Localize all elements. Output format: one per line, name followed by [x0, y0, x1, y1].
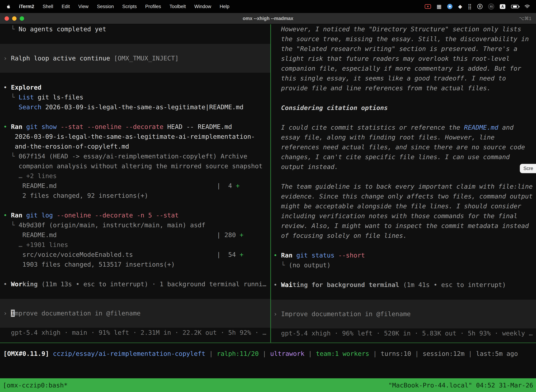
terminal-line: changes, I can't cite specific file line…: [273, 152, 536, 162]
terminal-line: review. Also, I might want to inspect th…: [273, 221, 536, 231]
zoom-window-button[interactable]: [20, 16, 24, 21]
terminal-line: the source tree, missing the essay. Stil…: [273, 34, 536, 44]
menu-item[interactable]: Toolbelt: [170, 4, 186, 9]
menu-items: ShellEditViewSessionScriptsProfilesToolb…: [43, 4, 230, 9]
terminal-line: provide file and line references from th…: [273, 83, 536, 93]
terminal-line: [3, 289, 270, 299]
screenshot-chip[interactable]: Scre: [520, 164, 536, 173]
terminal-line: [273, 241, 536, 250]
terminal-line: … +2 lines: [3, 171, 270, 181]
terminal-line: and-the-erosion-of-copyleft.md: [3, 142, 270, 151]
menu-item[interactable]: Profiles: [145, 4, 161, 9]
pane-divider[interactable]: [270, 24, 271, 342]
terminal-line: might be acceptable alongside the file l…: [273, 201, 536, 211]
close-window-button[interactable]: [5, 16, 9, 21]
terminal-line: [3, 269, 270, 279]
prompt-box-left[interactable]: › Improve documentation in @filename: [0, 299, 270, 328]
terminal-line: [273, 270, 536, 280]
left-pane-top-lines: └ No agents completed yet: [3, 24, 270, 44]
terminal-line: [3, 34, 270, 44]
terminal-line: including verification notes with those …: [273, 211, 536, 221]
terminal-line: companion file, especially if more comme…: [273, 64, 536, 73]
terminal-line: • Waiting for background terminal (1m 41…: [273, 280, 536, 290]
terminal-line: [OMX#0.11.9] cczip/essay/ai-reimplementa…: [3, 349, 518, 359]
diamond-icon[interactable]: ◆: [458, 4, 462, 9]
prompt-placeholder: Improve documentation in @filename: [281, 310, 411, 317]
terminal-line: this single essay, it seems like a good …: [273, 73, 536, 83]
inject-banner: › Ralph loop active continue [OMX_TMUX_I…: [0, 44, 270, 73]
terminal-line: README.md | 280 +: [3, 230, 270, 240]
prompt-chevron: ›: [273, 310, 281, 317]
menu-item[interactable]: Shell: [43, 4, 53, 9]
terminal-line: • Ran git log --oneline --decorate -n 5 …: [3, 210, 270, 220]
terminal-line: 1903 files changed, 513517 insertions(+): [3, 260, 270, 269]
tmux-session-window[interactable]: [omx-cczip0:bash*: [3, 382, 67, 389]
status-divider: [0, 342, 536, 343]
right-status-line: gpt-5.4 xhigh · 96% left · 520K in · 5.8…: [273, 328, 536, 338]
window-title: omx --xhigh --madmax: [243, 16, 293, 21]
left-pane-body: • Explored └ List git ls-files Search 20…: [3, 73, 270, 299]
menu-item[interactable]: Edit: [62, 4, 70, 9]
menu-item[interactable]: Window: [194, 4, 211, 9]
badge-61-icon[interactable]: .61: [488, 4, 494, 9]
minimize-window-button[interactable]: [12, 16, 17, 21]
terminal-line: 2026-03-09-is-legal-the-same-as-legitima…: [3, 132, 270, 142]
right-pane[interactable]: However, I noticed the "Directory Struct…: [271, 24, 536, 342]
terminal-line: [273, 93, 536, 103]
terminal-line: gpt-5.4 xhigh · main · 91% left · 2.31M …: [3, 328, 270, 338]
terminal-line: • Working (11m 13s • esc to interrupt) ·…: [3, 279, 270, 289]
menu-item[interactable]: Scripts: [122, 4, 137, 9]
keycap-8-icon[interactable]: 8: [477, 4, 483, 9]
grid-icon[interactable]: ▦: [437, 4, 442, 9]
terminal-line: └ (no output): [273, 260, 536, 270]
tmux-status-bar: [omx-cczip0:bash* "MacBook-Pro-44.local"…: [0, 378, 536, 392]
prompt-right-line: › Improve documentation in @filename: [273, 309, 411, 319]
terminal-line: essay file, along with finding root file…: [273, 132, 536, 142]
terminal-line: [273, 113, 536, 123]
left-pane[interactable]: └ No agents completed yet › Ralph loop a…: [0, 24, 270, 342]
terminal-line: Search 2026-03-09-is-legal-the-same-as-l…: [3, 102, 270, 112]
menu-item[interactable]: Help: [220, 4, 230, 9]
terminal-line: The team guideline is to back every impo…: [273, 182, 536, 191]
menu-item[interactable]: Session: [97, 4, 114, 9]
terminal-line: README.md | 4 +: [3, 181, 270, 191]
prompt-placeholder: mprove documentation in @filename: [15, 310, 140, 317]
traffic-lights: [5, 13, 24, 24]
terminal-line: … +1901 lines: [3, 240, 270, 250]
screen-record-icon[interactable]: [425, 4, 431, 9]
menu-item[interactable]: View: [78, 4, 88, 9]
right-pane-body: However, I noticed the "Directory Struct…: [273, 24, 536, 300]
terminal-line: [273, 172, 536, 182]
prompt-box-right[interactable]: › Improve documentation in @filename: [271, 300, 536, 328]
prompt-left-line: › Improve documentation in @filename: [3, 308, 140, 318]
terminal-line: companion analysis without altering the …: [3, 161, 270, 171]
terminal-line: 2 files changed, 92 insertions(+): [3, 191, 270, 201]
input-source-icon[interactable]: A: [500, 4, 505, 9]
terminal-line: However, I noticed the "Directory Struct…: [273, 24, 536, 34]
terminal-line: └ List git ls-files: [3, 92, 270, 102]
menu-bar-extras: ▦ ◆ ⣿ 8 .61 A: [425, 4, 530, 9]
window-title-bar[interactable]: omx --xhigh --madmax ⌥⌘1: [0, 13, 536, 24]
apple-menu-icon[interactable]: [6, 4, 10, 9]
terminal-line: • Ran git status --short: [273, 250, 536, 260]
inject-banner-lines: › Ralph loop active continue [OMX_TMUX_I…: [3, 53, 179, 63]
left-status-line: gpt-5.4 xhigh · main · 91% left · 2.31M …: [3, 328, 270, 338]
terminal-line: [3, 112, 270, 122]
terminal-line: the "Related research writing" section i…: [273, 44, 536, 54]
menu-app-name[interactable]: iTerm2: [19, 4, 34, 9]
text-cursor: I: [11, 310, 15, 317]
compass-icon[interactable]: [447, 4, 452, 9]
menu-bar: iTerm2 ShellEditViewSessionScriptsProfil…: [0, 0, 536, 13]
terminal-line: • Ran git show --stat --oneline --decora…: [3, 122, 270, 132]
terminal-line: └ 067f154 (HEAD -> essay/ai-reimplementa…: [3, 151, 270, 161]
dots-grid-icon[interactable]: ⣿: [468, 4, 472, 9]
terminal-line: I could cite commit statistics or refere…: [273, 123, 536, 132]
wifi-icon[interactable]: [524, 4, 530, 9]
battery-icon[interactable]: [511, 5, 519, 9]
terminal-line: evidence. Since this change only affects…: [273, 191, 536, 201]
terminal-line: of focusing solely on file lines.: [273, 231, 536, 241]
terminal-line: Considering citation options: [273, 103, 536, 113]
screen: { "menu_bar": { "app_name": "iTerm2", "i…: [0, 0, 536, 392]
terminal-line: slight risk that future readers may over…: [273, 54, 536, 64]
terminal-line: [273, 290, 536, 300]
